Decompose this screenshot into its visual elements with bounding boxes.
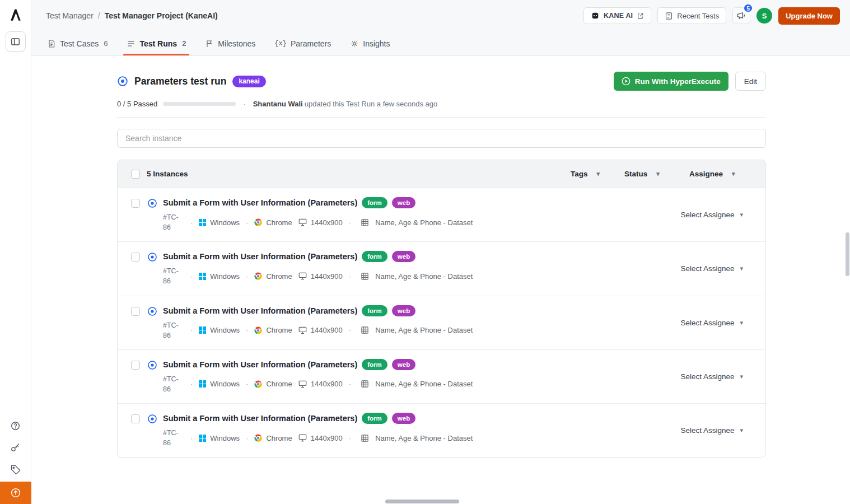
vertical-scrollbar-thumb[interactable]	[846, 232, 849, 276]
tag-badge-web[interactable]: web	[392, 305, 415, 316]
select-assignee-label: Select Assignee	[680, 264, 734, 273]
status-column-header[interactable]: Status ▾	[624, 170, 689, 178]
tag-badge-form[interactable]: form	[362, 305, 387, 316]
row-main: Submit a Form with User Information (Par…	[163, 251, 473, 286]
select-assignee-label: Select Assignee	[680, 211, 734, 219]
chevron-down-icon: ▾	[656, 170, 660, 178]
chevron-down-icon: ▾	[597, 170, 600, 178]
braces-x-icon: {x}	[274, 40, 287, 48]
sidebar-panel-toggle[interactable]	[6, 31, 26, 52]
breadcrumb-parent[interactable]: Test Manager	[46, 11, 94, 20]
dataset-label: Name, Age & Phone - Dataset	[375, 218, 473, 227]
tag-badge-form[interactable]: form	[362, 413, 387, 424]
tag-badge-web[interactable]: web	[392, 197, 415, 208]
help-icon[interactable]	[10, 421, 21, 431]
status-column-label: Status	[624, 170, 647, 178]
browser-label: Chrome	[266, 380, 292, 388]
os-label: Windows	[210, 380, 240, 388]
row-meta-line: #TC-86 · Windows · Chrome	[163, 320, 473, 340]
dataset-grid-icon	[361, 380, 369, 388]
run-with-hyperexecute-button[interactable]: Run With HyperExecute	[614, 72, 728, 91]
content: Parameters test run kaneai Run With Hype…	[31, 56, 850, 458]
test-case-title[interactable]: Submit a Form with User Information (Par…	[163, 252, 357, 261]
table-column-headers: Tags ▾ Status ▾ Assignee ▾	[571, 170, 752, 178]
os-label: Windows	[210, 434, 240, 442]
tab-insights[interactable]: Insights	[350, 31, 390, 55]
tag-badge-web[interactable]: web	[392, 251, 415, 262]
horizontal-scrollbar-thumb[interactable]	[385, 500, 459, 503]
edit-button[interactable]: Edit	[735, 72, 766, 91]
dataset-grid-icon	[361, 434, 369, 442]
sidebar-upgrade-action[interactable]	[0, 482, 31, 504]
test-case-title[interactable]: Submit a Form with User Information (Par…	[163, 414, 357, 423]
main-area: Test Manager / Test Manager Project (Kan…	[31, 0, 850, 504]
tab-test-cases[interactable]: Test Cases 6	[47, 31, 108, 55]
tab-test-runs[interactable]: Test Runs 2	[127, 31, 186, 55]
os-label: Windows	[210, 326, 240, 334]
notifications-button[interactable]: 5	[732, 7, 750, 24]
tag-badge-form[interactable]: form	[362, 197, 387, 208]
test-case-title[interactable]: Submit a Form with User Information (Par…	[163, 198, 357, 207]
tab-parameters[interactable]: {x} Parameters	[274, 31, 331, 55]
tag-icon[interactable]	[10, 464, 21, 475]
row-checkbox[interactable]	[131, 199, 140, 208]
tags-column-header[interactable]: Tags ▾	[571, 170, 624, 178]
progress-row: 0 / 5 Passed · Shantanu Waliupdated this…	[117, 100, 766, 108]
row-checkbox[interactable]	[131, 414, 140, 423]
tab-test-runs-count: 2	[182, 39, 186, 48]
test-case-title[interactable]: Submit a Form with User Information (Par…	[163, 360, 357, 369]
windows-icon	[199, 219, 206, 226]
instances-count-label: 5 Instances	[147, 170, 188, 178]
upgrade-now-button[interactable]: Upgrade Now	[778, 7, 840, 25]
row-meta-line: #TC-86 · Windows · Chrome	[163, 374, 473, 394]
assignee-column-label: Assignee	[689, 170, 723, 178]
row-checkbox[interactable]	[131, 361, 140, 370]
tab-milestones[interactable]: Milestones	[205, 31, 255, 55]
assignee-column-header[interactable]: Assignee ▾	[689, 170, 752, 178]
row-checkbox[interactable]	[131, 253, 140, 262]
kane-ai-button[interactable]: KANE AI	[583, 7, 651, 24]
row-title-line: Submit a Form with User Information (Par…	[163, 305, 473, 316]
row-checkbox[interactable]	[131, 307, 140, 316]
dot-separator: ·	[349, 326, 351, 334]
chevron-down-icon: ▾	[740, 211, 743, 218]
vertical-scrollbar[interactable]	[845, 0, 850, 504]
divider	[117, 117, 766, 118]
page-title: Parameters test run	[134, 76, 226, 87]
avatar[interactable]: S	[756, 8, 772, 24]
dot-separator: ·	[246, 326, 248, 334]
test-case-icon	[147, 306, 157, 316]
search-instance-input[interactable]	[117, 129, 766, 148]
dot-separator: ·	[349, 434, 351, 442]
dot-separator: ·	[246, 380, 248, 388]
lambdatest-logo[interactable]	[8, 7, 23, 22]
tag-badge-web[interactable]: web	[392, 413, 415, 424]
select-assignee-dropdown[interactable]: Select Assignee ▾	[680, 319, 743, 327]
tab-test-cases-count: 6	[104, 39, 108, 48]
table-row: Submit a Form with User Information (Par…	[118, 403, 765, 457]
key-icon[interactable]	[10, 442, 21, 453]
chevron-down-icon: ▾	[740, 373, 743, 380]
select-all-checkbox[interactable]	[131, 170, 140, 179]
kane-ai-label: KANE AI	[604, 12, 633, 20]
stack-icon	[127, 39, 136, 48]
select-assignee-dropdown[interactable]: Select Assignee ▾	[680, 372, 743, 381]
run-button-label: Run With HyperExecute	[635, 77, 721, 86]
test-case-id: #TC-86	[163, 320, 184, 340]
tags-column-label: Tags	[571, 170, 588, 178]
tag-badge-form[interactable]: form	[362, 359, 387, 370]
chevron-down-icon: ▾	[732, 170, 735, 178]
tag-badge-web[interactable]: web	[392, 359, 415, 370]
tag-badge-form[interactable]: form	[362, 251, 387, 262]
monitor-icon	[298, 380, 307, 388]
row-title-line: Submit a Form with User Information (Par…	[163, 413, 473, 424]
select-assignee-dropdown[interactable]: Select Assignee ▾	[680, 426, 743, 435]
run-actions: Run With HyperExecute Edit	[614, 72, 766, 91]
select-assignee-dropdown[interactable]: Select Assignee ▾	[680, 211, 743, 219]
dataset-grid-icon	[361, 218, 369, 227]
recent-tests-button[interactable]: Recent Tests	[657, 7, 726, 24]
tab-milestones-label: Milestones	[218, 39, 255, 48]
resolution-meta: 1440x900	[298, 218, 343, 227]
test-case-title[interactable]: Submit a Form with User Information (Par…	[163, 306, 357, 315]
select-assignee-dropdown[interactable]: Select Assignee ▾	[680, 264, 743, 273]
